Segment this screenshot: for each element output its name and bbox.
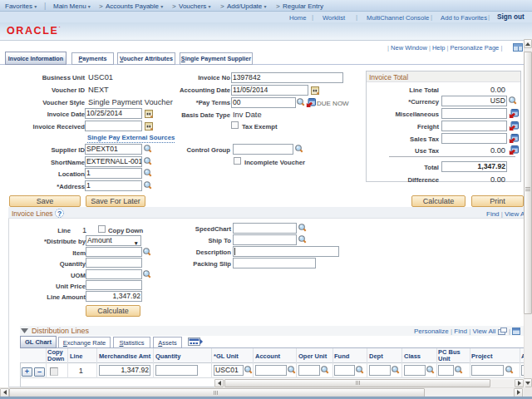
svg-text:?: ?	[57, 209, 62, 218]
